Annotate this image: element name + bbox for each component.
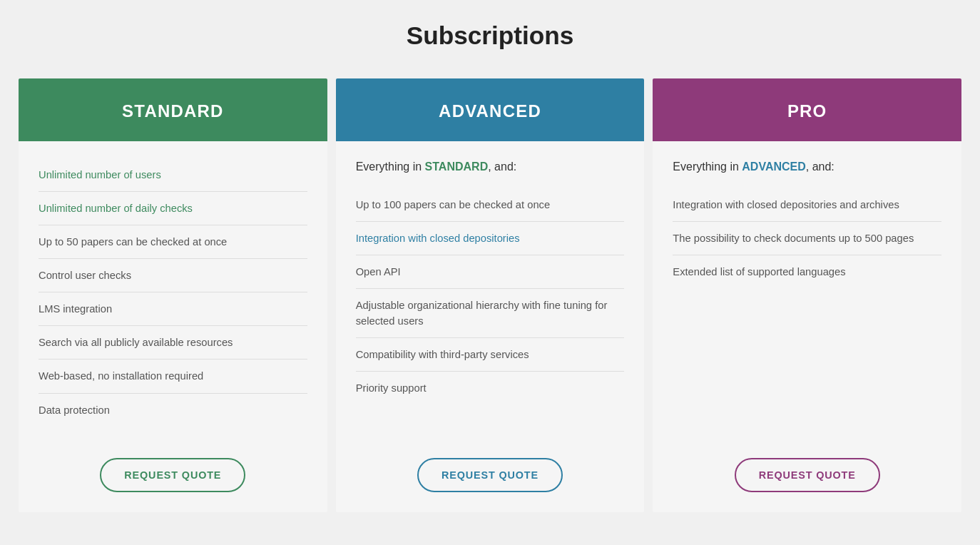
feature-item-advanced-4: Compatibility with third-party services	[356, 338, 625, 372]
feature-item-standard-2: Up to 50 papers can be checked at once	[39, 225, 307, 259]
request-quote-button-standard[interactable]: REQUEST QUOTE	[100, 458, 245, 492]
plan-title-pro: PRO	[667, 101, 947, 121]
plan-body-pro: Everything in ADVANCED, and:Integration …	[653, 141, 961, 441]
page-title: Subscriptions	[407, 21, 574, 50]
feature-item-advanced-0: Up to 100 papers can be checked at once	[356, 188, 625, 222]
feature-list-standard: Unlimited number of usersUnlimited numbe…	[39, 158, 307, 427]
plan-title-advanced: ADVANCED	[350, 101, 631, 121]
plan-intro-pro: Everything in ADVANCED, and:	[673, 158, 941, 175]
plan-footer-advanced: REQUEST QUOTE	[336, 441, 645, 512]
plan-card-pro: PROEverything in ADVANCED, and:Integrati…	[653, 78, 961, 512]
feature-list-pro: Integration with closed depositories and…	[673, 188, 941, 427]
feature-item-standard-0: Unlimited number of users	[39, 158, 307, 192]
feature-item-standard-7: Data protection	[39, 394, 307, 427]
plan-body-standard: Unlimited number of usersUnlimited numbe…	[19, 141, 327, 441]
plan-card-standard: STANDARDUnlimited number of usersUnlimit…	[19, 78, 327, 512]
plan-header-standard: STANDARD	[19, 78, 327, 141]
plan-body-advanced: Everything in STANDARD, and:Up to 100 pa…	[336, 141, 645, 441]
feature-item-pro-0: Integration with closed depositories and…	[673, 188, 941, 222]
feature-item-standard-5: Search via all publicly available resour…	[39, 326, 307, 360]
request-quote-button-pro[interactable]: REQUEST QUOTE	[735, 458, 880, 492]
feature-item-advanced-3: Adjustable organizational hierarchy with…	[356, 289, 625, 338]
plan-title-standard: STANDARD	[33, 101, 313, 121]
request-quote-button-advanced[interactable]: REQUEST QUOTE	[417, 458, 563, 492]
feature-item-pro-1: The possibility to check documents up to…	[673, 222, 941, 255]
feature-item-pro-2: Extended list of supported languages	[673, 255, 941, 288]
plan-header-pro: PRO	[653, 78, 961, 141]
plan-footer-standard: REQUEST QUOTE	[19, 441, 327, 512]
plan-footer-pro: REQUEST QUOTE	[653, 441, 961, 512]
feature-item-advanced-5: Priority support	[356, 372, 625, 404]
feature-list-advanced: Up to 100 papers can be checked at onceI…	[356, 188, 625, 427]
plan-card-advanced: ADVANCEDEverything in STANDARD, and:Up t…	[336, 78, 645, 512]
feature-item-advanced-1: Integration with closed depositories	[356, 222, 625, 255]
plan-header-advanced: ADVANCED	[336, 78, 645, 141]
feature-item-standard-4: LMS integration	[39, 292, 307, 326]
feature-item-advanced-2: Open API	[356, 255, 625, 289]
plans-container: STANDARDUnlimited number of usersUnlimit…	[14, 78, 966, 512]
feature-item-standard-3: Control user checks	[39, 259, 307, 292]
feature-item-standard-6: Web-based, no installation required	[39, 360, 307, 393]
feature-item-standard-1: Unlimited number of daily checks	[39, 192, 307, 225]
plan-intro-advanced: Everything in STANDARD, and:	[356, 158, 625, 175]
